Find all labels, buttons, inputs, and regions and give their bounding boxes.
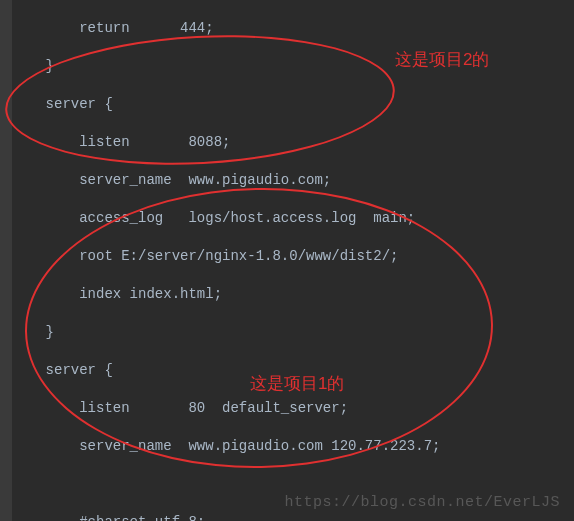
code-line: server { [12,95,440,114]
code-block: return 444; } server { listen 8088; serv… [12,0,440,521]
code-line: listen 8088; [12,133,440,152]
code-line: return 444; [12,19,440,38]
code-line: } [12,323,440,342]
code-line: server { [12,361,440,380]
code-line: server_name www.pigaudio.com; [12,171,440,190]
code-line: root E:/server/nginx-1.8.0/www/dist2/; [12,247,440,266]
code-line [12,475,440,494]
code-line: #charset utf-8; [12,513,440,521]
watermark-text: https://blog.csdn.net/EverLJS [284,494,560,511]
code-line: listen 80 default_server; [12,399,440,418]
annotation-label-project1: 这是项目1的 [250,372,344,395]
code-line: } [12,57,440,76]
code-line: index index.html; [12,285,440,304]
code-line: server_name www.pigaudio.com 120.77.223.… [12,437,440,456]
annotation-label-project2: 这是项目2的 [395,48,489,71]
code-line: access_log logs/host.access.log main; [12,209,440,228]
line-number-gutter [0,0,12,521]
